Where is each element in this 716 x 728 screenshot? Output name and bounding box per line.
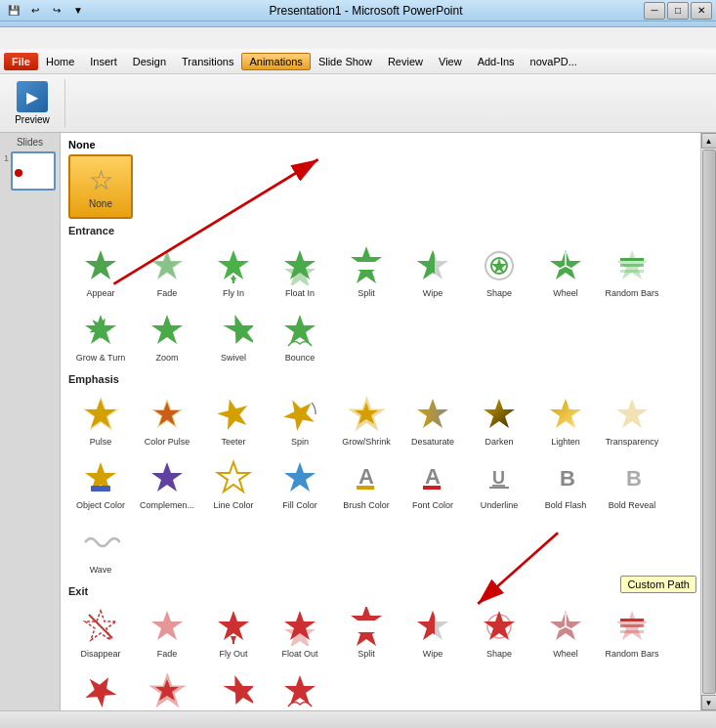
anim-fly-out[interactable]: Fly Out (201, 601, 266, 664)
fill-color-icon (278, 456, 321, 499)
save-button[interactable]: 💾 (4, 2, 23, 20)
menu-view[interactable]: View (431, 53, 470, 70)
wipe-exit-label: Wipe (423, 649, 443, 660)
grow-shrink-label: Grow/Shrink (342, 437, 391, 448)
anim-shape[interactable]: Shape (467, 240, 531, 303)
menu-insert[interactable]: Insert (82, 53, 125, 70)
menu-file[interactable]: File (4, 53, 38, 70)
complement-label: Complemen... (140, 500, 194, 511)
scroll-down-arrow[interactable]: ▼ (701, 695, 717, 710)
anim-bounce[interactable]: Bounce (268, 305, 332, 367)
anim-split-exit[interactable]: Split (334, 601, 399, 664)
anim-shape-exit[interactable]: Shape (467, 601, 531, 664)
anim-wipe-exit[interactable]: Wipe (400, 601, 465, 664)
menu-transitions[interactable]: Transitions (174, 53, 241, 70)
undo-button[interactable]: ↩ (25, 2, 45, 20)
anim-color-pulse[interactable]: Color Pulse (135, 389, 199, 451)
anim-fade-exit[interactable]: Fade (135, 601, 199, 664)
anim-teeter[interactable]: Teeter (201, 389, 266, 451)
anim-spin[interactable]: Spin (268, 389, 332, 451)
anim-font-color[interactable]: A Font Color (400, 452, 465, 515)
svg-marker-37 (280, 395, 319, 434)
preview-icon: ▶ (17, 81, 48, 112)
svg-marker-31 (284, 315, 316, 344)
bold-reveal-label: Bold Reveal (609, 500, 656, 511)
anim-swivel-exit[interactable]: Swivel (201, 665, 266, 710)
anim-darken[interactable]: Darken (467, 389, 531, 451)
anim-pulse[interactable]: Pulse (68, 389, 133, 451)
anim-bold-flash[interactable]: B Bold Flash (533, 452, 598, 515)
anim-grow-turn[interactable]: Grow & Turn (68, 305, 133, 367)
slides-panel: Slides 1 (0, 133, 61, 710)
anim-object-color[interactable]: Object Color (68, 452, 133, 515)
anim-shrink-turn[interactable]: Shrink & Turn (68, 665, 133, 710)
bold-flash-label: Bold Flash (545, 500, 587, 511)
shrink-turn-icon (79, 669, 122, 710)
svg-text:A: A (358, 464, 374, 489)
pulse-label: Pulse (90, 437, 112, 448)
anim-float-out[interactable]: Float Out (268, 601, 332, 664)
split-label: Split (358, 288, 375, 299)
scrollbar[interactable]: ▲ ▼ (700, 133, 716, 710)
anim-swivel[interactable]: Swivel (201, 305, 266, 367)
minimize-button[interactable]: ─ (644, 2, 665, 20)
svg-marker-27 (85, 315, 116, 344)
pulse-icon (79, 393, 122, 436)
svg-marker-36 (214, 395, 252, 431)
menu-novapdf[interactable]: novaPD... (523, 53, 585, 70)
app-window: 💾 ↩ ↪ ▼ Presentation1 - Microsoft PowerP… (0, 0, 716, 728)
menu-home[interactable]: Home (38, 53, 82, 70)
menu-addins[interactable]: Add-Ins (470, 53, 523, 70)
main-area: Slides 1 None ☆ None (0, 133, 716, 710)
anim-bounce-exit[interactable]: Bounce (268, 665, 332, 710)
fly-in-label: Fly In (223, 288, 244, 299)
anim-float-in[interactable]: Float In (268, 240, 332, 303)
anim-wheel[interactable]: Wheel (533, 240, 598, 303)
anim-random-bars-exit[interactable]: Random Bars (600, 601, 664, 664)
appear-label: Appear (86, 288, 114, 299)
desaturate-icon (411, 393, 454, 436)
close-button[interactable]: ✕ (691, 2, 712, 20)
anim-wipe[interactable]: Wipe (400, 240, 465, 303)
anim-grow-shrink[interactable]: Grow/Shrink (334, 389, 399, 451)
svg-rect-52 (423, 486, 441, 490)
anim-wheel-exit[interactable]: Wheel (533, 601, 598, 664)
anim-zoom[interactable]: Zoom (135, 305, 199, 367)
wheel-exit-label: Wheel (553, 649, 578, 660)
anim-fade[interactable]: Fade (135, 240, 199, 303)
menu-review[interactable]: Review (380, 53, 431, 70)
menu-animations[interactable]: Animations (241, 53, 310, 70)
anim-desaturate[interactable]: Desaturate (400, 389, 465, 451)
anim-disappear[interactable]: Disappear (68, 601, 133, 664)
app-title: Presentation1 - Microsoft PowerPoint (90, 4, 642, 18)
anim-line-color[interactable]: Line Color (201, 452, 266, 515)
menu-slideshow[interactable]: Slide Show (311, 53, 380, 70)
anim-random-bars[interactable]: Random Bars (600, 240, 664, 303)
preview-button[interactable]: ▶ Preview (8, 76, 57, 130)
customize-button[interactable]: ▼ (68, 2, 88, 20)
anim-fill-color[interactable]: Fill Color (268, 452, 332, 515)
scroll-up-arrow[interactable]: ▲ (701, 133, 717, 149)
anim-fly-in[interactable]: Fly In (201, 240, 266, 303)
anim-lighten[interactable]: Lighten (533, 389, 598, 451)
anim-appear[interactable]: Appear (68, 240, 133, 303)
anim-wave[interactable]: Wave (68, 517, 133, 579)
zoom-exit-icon (146, 669, 189, 710)
anim-underline[interactable]: U Underline (467, 452, 531, 515)
anim-complement[interactable]: Complemen... (135, 452, 199, 515)
maximize-button[interactable]: □ (667, 2, 689, 20)
font-color-label: Font Color (412, 500, 453, 511)
slide-thumbnail[interactable] (11, 151, 56, 191)
anim-brush-color[interactable]: A Brush Color (334, 452, 399, 515)
grow-turn-icon (79, 309, 122, 352)
svg-marker-71 (417, 611, 448, 640)
menu-design[interactable]: Design (125, 53, 174, 70)
entrance-grid: Appear Fade (68, 240, 693, 367)
anim-zoom-exit[interactable]: Zoom (135, 665, 199, 710)
anim-split[interactable]: Split (334, 240, 399, 303)
redo-button[interactable]: ↪ (47, 2, 66, 20)
anim-transparency[interactable]: Transparency (600, 389, 664, 451)
scroll-thumb[interactable] (702, 150, 716, 694)
anim-bold-reveal[interactable]: B Bold Reveal (600, 452, 664, 515)
none-animation-item[interactable]: ☆ None (68, 154, 133, 219)
